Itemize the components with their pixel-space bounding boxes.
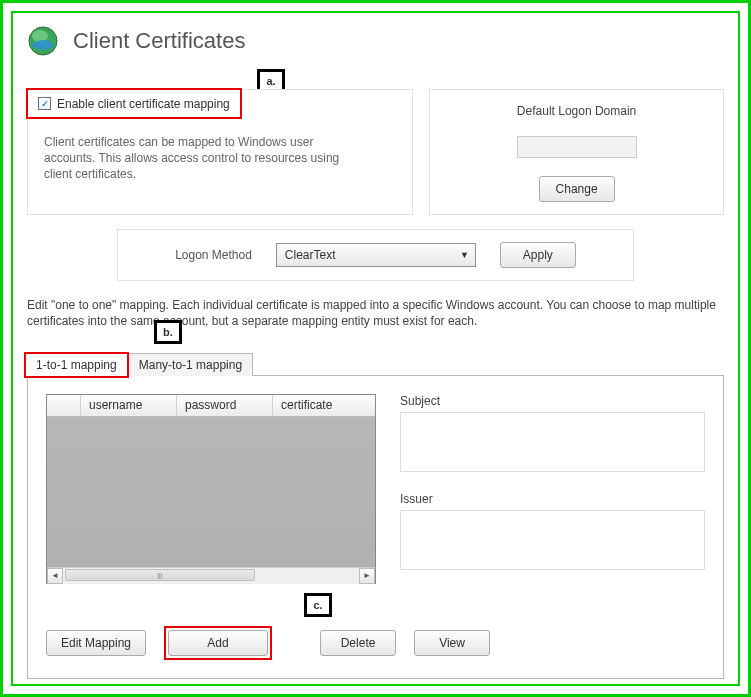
page-title: Client Certificates [73,28,245,54]
globe-icon [27,25,59,57]
detail-column: Subject Issuer [400,394,705,590]
enable-label: Enable client certificate mapping [57,97,230,111]
callout-b: b. [154,320,182,344]
grid-body [47,417,375,567]
inner-frame: Client Certificates a. b. c. ✓ Enable cl… [11,11,740,686]
logon-method-label: Logon Method [175,248,252,262]
change-button[interactable]: Change [539,176,615,202]
chevron-down-icon: ▼ [460,250,469,260]
tab-1to1[interactable]: 1-to-1 mapping [25,353,128,376]
col-blank[interactable] [47,395,81,416]
grid-buttons: Edit Mapping Add Delete View [46,626,705,660]
domain-input[interactable] [517,136,637,158]
logon-method-value: ClearText [285,248,336,262]
enable-highlight: ✓ Enable client certificate mapping [26,88,242,119]
subject-box [400,412,705,472]
subject-label: Subject [400,394,705,408]
tab-many-label: Many-to-1 mapping [139,358,242,372]
enable-checkbox[interactable]: ✓ Enable client certificate mapping [38,97,230,111]
outer-frame: Client Certificates a. b. c. ✓ Enable cl… [0,0,751,697]
mapping-grid-wrap: username password certificate ◄ Ⅲ [46,394,376,590]
edit-mapping-button[interactable]: Edit Mapping [46,630,146,656]
add-button[interactable]: Add [168,630,268,656]
scroll-left-icon[interactable]: ◄ [47,568,63,584]
grid-hscroll[interactable]: ◄ Ⅲ ► [47,567,375,583]
col-password[interactable]: password [177,395,273,416]
tab-content: username password certificate ◄ Ⅲ [27,375,724,679]
svg-point-1 [32,30,48,42]
add-highlight: Add [164,626,272,660]
scroll-grip-icon: Ⅲ [157,572,164,581]
view-button[interactable]: View [414,630,490,656]
domain-title: Default Logon Domain [446,104,707,118]
issuer-label: Issuer [400,492,705,506]
logon-method-select[interactable]: ClearText ▼ [276,243,476,267]
grid-header: username password certificate [47,395,375,417]
delete-button[interactable]: Delete [320,630,396,656]
domain-panel: Default Logon Domain Change [429,89,724,215]
mapping-grid[interactable]: username password certificate ◄ Ⅲ [46,394,376,584]
scroll-track[interactable]: Ⅲ [63,568,359,584]
enable-description: Client certificates can be mapped to Win… [44,134,344,183]
logon-panel: Logon Method ClearText ▼ Apply [117,229,634,281]
mapping-explain: Edit "one to one" mapping. Each individu… [27,297,724,329]
scroll-thumb[interactable]: Ⅲ [65,569,255,581]
page-header: Client Certificates [27,25,724,57]
apply-button[interactable]: Apply [500,242,576,268]
callout-c: c. [304,593,332,617]
mapping-tabs: 1-to-1 mapping Many-to-1 mapping [25,353,724,376]
top-panels: ✓ Enable client certificate mapping Clie… [27,89,724,215]
checkmark-icon: ✓ [38,97,51,110]
scroll-right-icon[interactable]: ► [359,568,375,584]
enable-panel: ✓ Enable client certificate mapping Clie… [27,89,413,215]
col-username[interactable]: username [81,395,177,416]
issuer-box [400,510,705,570]
col-certificate[interactable]: certificate [273,395,375,416]
tab-1to1-label: 1-to-1 mapping [36,358,117,372]
tab-many-to-1[interactable]: Many-to-1 mapping [128,353,253,376]
